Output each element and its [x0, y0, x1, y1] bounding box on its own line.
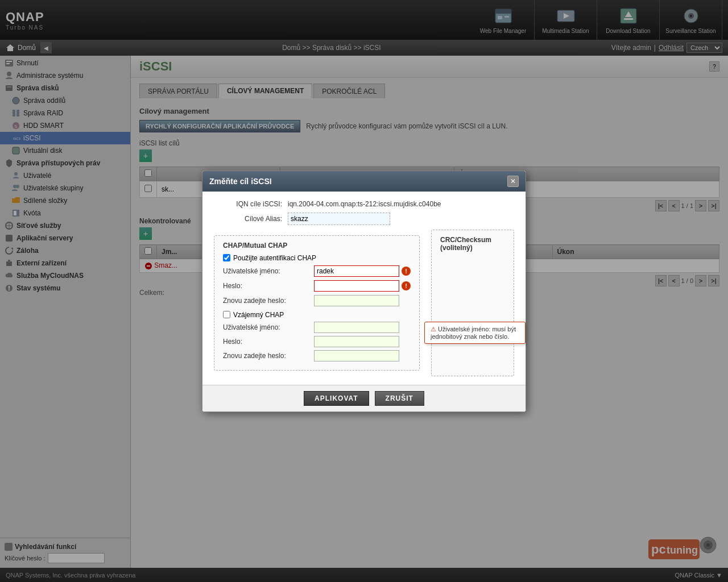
mutual-confirm-label: Znovu zadejte heslo: [223, 352, 314, 360]
mutual-password-row: Heslo: [223, 336, 411, 347]
username-error-icon: ! [402, 267, 411, 276]
use-auth-checkbox[interactable] [223, 254, 230, 261]
crc-title: CRC/Checksum (volitelný) [440, 236, 505, 252]
chap-confirm-label: Znovu zadejte heslo: [223, 297, 314, 305]
mutual-checkbox-row: Vzájemný CHAP [223, 311, 411, 319]
mutual-password-input[interactable] [314, 336, 399, 347]
mutual-password-label: Heslo: [223, 338, 314, 346]
apply-btn[interactable]: APLIKOVAT [304, 391, 369, 406]
chap-box: CHAP/Mutual CHAP Použijte autentifikaci … [214, 235, 420, 371]
chap-username-label: Uživatelské jméno: [223, 267, 314, 275]
chap-confirm-input[interactable] [314, 295, 399, 306]
chap-confirm-row: Znovu zadejte heslo: [223, 295, 411, 306]
chap-username-row: Uživatelské jméno: ! [223, 265, 411, 277]
mutual-username-input[interactable] [314, 322, 399, 333]
modal-overlay: Změňte cíl iSCSI ✕ IQN cíle iSCSI: iqn.2… [0, 0, 728, 582]
chap-password-row: Heslo: ! [223, 280, 411, 292]
chap-password-label: Heslo: [223, 282, 314, 290]
error-tooltip: Uživatelské jméno: musí být jednobitový … [424, 322, 526, 344]
alias-row: Cílové Alias: [214, 213, 514, 225]
mutual-label: Vzájemný CHAP [233, 311, 284, 319]
iqn-row: IQN cíle iSCSI: iqn.2004-04.com.qnap:ts-… [214, 200, 514, 208]
dialog-title: Změňte cíl iSCSI [209, 177, 272, 186]
crc-box: CRC/Checksum (volitelný) [431, 230, 514, 376]
mutual-username-label: Uživatelské jméno: [223, 323, 314, 331]
mutual-checkbox[interactable] [223, 311, 230, 318]
chap-crc-container: CHAP/Mutual CHAP Použijte autentifikaci … [214, 230, 514, 376]
alias-label: Cílové Alias: [214, 215, 288, 223]
mutual-confirm-input[interactable] [314, 350, 399, 361]
use-auth-label: Použijte autentifikaci CHAP [233, 254, 316, 262]
dialog-titlebar: Změňte cíl iSCSI ✕ [202, 171, 526, 192]
mutual-confirm-row: Znovu zadejte heslo: [223, 350, 411, 361]
chap-username-input[interactable] [314, 265, 399, 277]
alias-input[interactable] [288, 213, 390, 225]
dialog-change-iscsi: Změňte cíl iSCSI ✕ IQN cíle iSCSI: iqn.2… [202, 171, 526, 412]
mutual-chap-section: Vzájemný CHAP Uživatelské jméno: Heslo: … [223, 311, 411, 361]
chap-title: CHAP/Mutual CHAP [223, 242, 411, 250]
dialog-close-btn[interactable]: ✕ [507, 176, 519, 187]
mutual-username-row: Uživatelské jméno: [223, 322, 411, 333]
iqn-value: iqn.2004-04.com.qnap:ts-212:iscsi.mujdis… [288, 200, 441, 208]
dialog-body: IQN cíle iSCSI: iqn.2004-04.com.qnap:ts-… [202, 192, 526, 385]
dialog-footer: APLIKOVAT ZRUŠIT [202, 385, 526, 411]
password-error-icon: ! [402, 281, 411, 290]
chap-password-input[interactable] [314, 280, 399, 292]
cancel-btn[interactable]: ZRUŠIT [375, 391, 424, 406]
use-auth-row: Použijte autentifikaci CHAP [223, 254, 411, 262]
iqn-label: IQN cíle iSCSI: [214, 200, 288, 208]
